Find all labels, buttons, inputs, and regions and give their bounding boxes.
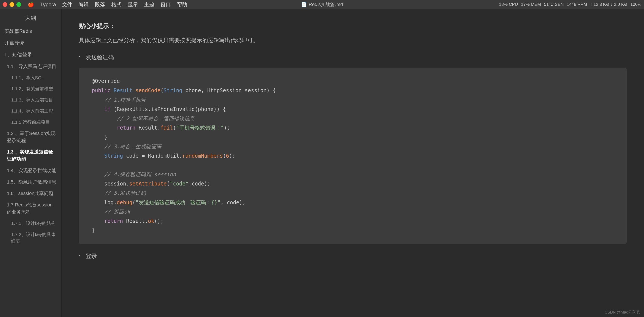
menu-theme[interactable]: 主题 [143, 1, 156, 8]
window-title: 📄 Redis实战篇.md [301, 1, 343, 8]
bullet-item-send-code: 发送验证码 [79, 54, 627, 61]
bullet-list-1: 发送验证码 [79, 54, 627, 61]
net-status: ↑ 12.3 K/s ↓ 2.0 K/s [590, 2, 627, 7]
battery-status: 100% [630, 2, 642, 7]
sidebar-item-5[interactable]: 1.1.2、有关当前模型 [0, 83, 61, 94]
code-block: @Override public Result sendCode(String … [79, 68, 627, 244]
bullet-item-login: 登录 [79, 252, 627, 260]
sidebar-item-10[interactable]: 1.3 、实现发送短信验证码功能 [0, 146, 61, 165]
minimize-button[interactable] [10, 2, 14, 7]
sidebar-item-15[interactable]: 1.7.1、设计key的结构 [0, 218, 61, 229]
title-text: Redis实战篇.md [308, 1, 343, 8]
title-icon: 📄 [301, 2, 307, 7]
tip-title: 贴心小提示： [79, 22, 627, 30]
apple-menu[interactable]: 🍎 [26, 1, 36, 8]
menu-view[interactable]: 显示 [126, 1, 139, 8]
sidebar-item-4[interactable]: 1.1.1、导入SQL [0, 72, 61, 83]
app-name-menu[interactable]: Typora [39, 1, 57, 8]
sidebar-item-0[interactable]: 实战篇Redis [0, 25, 61, 37]
status-bar: 18% CPU 17% MEM 51°C SEN 1448 RPM ↑ 12.3… [499, 2, 642, 7]
temp-status: 51°C SEN [544, 2, 564, 7]
menubar: 🍎 Typora 文件 编辑 段落 格式 显示 主题 窗口 帮助 📄 Redis… [0, 0, 644, 9]
sidebar-item-1[interactable]: 开篇导读 [0, 37, 61, 49]
tip-text: 具体逻辑上文已经分析，我们仅仅只需要按照提示的逻辑写出代码即可。 [79, 36, 627, 45]
tip-box: 贴心小提示： 具体逻辑上文已经分析，我们仅仅只需要按照提示的逻辑写出代码即可。 [79, 22, 627, 45]
main-layout: 大纲 实战篇Redis 开篇导读 1、短信登录 1.1、导入黑马点评项目 1.1… [0, 9, 644, 317]
maximize-button[interactable] [16, 2, 21, 7]
menu-format[interactable]: 格式 [110, 1, 123, 8]
mem-status: 17% MEM [521, 2, 541, 7]
menu-window[interactable]: 窗口 [159, 1, 172, 8]
sidebar[interactable]: 大纲 实战篇Redis 开篇导读 1、短信登录 1.1、导入黑马点评项目 1.1… [0, 9, 62, 317]
footer-note: CSDN @Mac分享吧 [605, 310, 640, 315]
close-button[interactable] [2, 2, 7, 7]
sidebar-item-2[interactable]: 1、短信登录 [0, 49, 61, 61]
sidebar-item-12[interactable]: 1.5、隐藏用户敏感信息 [0, 176, 61, 188]
sidebar-item-11[interactable]: 1.4、实现登录拦截功能 [0, 165, 61, 176]
bullet-list-2: 登录 [79, 252, 627, 260]
menu-edit[interactable]: 编辑 [77, 1, 90, 8]
content-area[interactable]: 贴心小提示： 具体逻辑上文已经分析，我们仅仅只需要按照提示的逻辑写出代码即可。 … [62, 9, 644, 317]
sidebar-item-3[interactable]: 1.1、导入黑马点评项目 [0, 61, 61, 72]
sidebar-item-13[interactable]: 1.6、session共享问题 [0, 188, 61, 199]
sidebar-item-7[interactable]: 1.1.4、导入前端工程 [0, 106, 61, 116]
traffic-lights [2, 2, 21, 7]
sidebar-item-16[interactable]: 1.7.2、设计key的具体细节 [0, 229, 61, 247]
menu-help[interactable]: 帮助 [176, 1, 188, 8]
cpu-status: 18% CPU [499, 2, 518, 7]
sidebar-item-6[interactable]: 1.1.3、导入后端项目 [0, 94, 61, 106]
sidebar-item-8[interactable]: 1.1.5 运行前端项目 [0, 116, 61, 128]
sidebar-item-9[interactable]: 1.2 、基于Session实现登录流程 [0, 128, 61, 146]
sidebar-title: 大纲 [0, 9, 61, 25]
menu-paragraph[interactable]: 段落 [94, 1, 106, 8]
sidebar-item-14[interactable]: 1.7 Redis代替session的业务流程 [0, 199, 61, 218]
menu-file[interactable]: 文件 [61, 1, 74, 8]
rpm-status: 1448 RPM [567, 2, 587, 7]
